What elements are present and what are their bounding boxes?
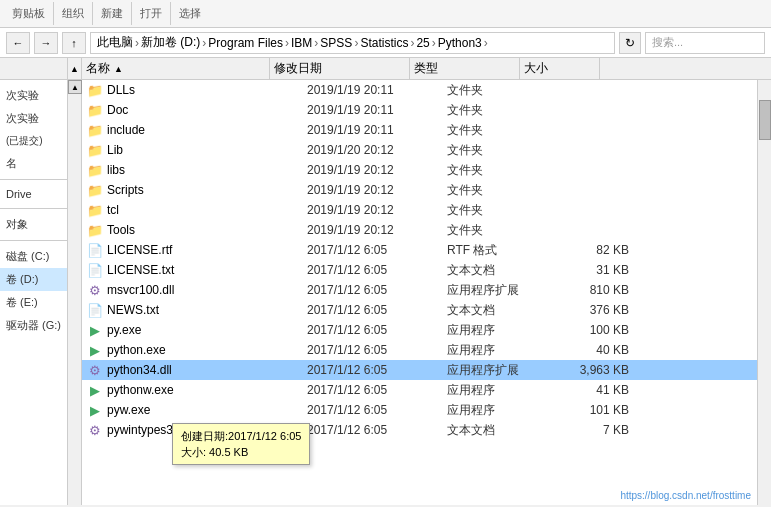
table-row[interactable]: 📄 LICENSE.rtf 2017/1/12 6:05 RTF 格式 82 K…	[82, 240, 757, 260]
search-box[interactable]: 搜索...	[645, 32, 765, 54]
table-row[interactable]: ▶ py.exe 2017/1/12 6:05 应用程序 100 KB	[82, 320, 757, 340]
table-row[interactable]: 📁 Lib 2019/1/20 20:12 文件夹	[82, 140, 757, 160]
file-tooltip: 创建日期:2017/1/12 6:05 大小: 40.5 KB	[172, 423, 310, 465]
table-row[interactable]: 📁 include 2019/1/19 20:11 文件夹	[82, 120, 757, 140]
file-type: 文件夹	[447, 222, 557, 239]
table-row[interactable]: 📄 LICENSE.txt 2017/1/12 6:05 文本文档 31 KB	[82, 260, 757, 280]
scroll-thumb[interactable]	[759, 100, 771, 140]
file-name: include	[107, 123, 307, 137]
table-row[interactable]: 📁 Tools 2019/1/19 20:12 文件夹	[82, 220, 757, 240]
exe-icon: ▶	[86, 342, 104, 358]
scroll-left-up[interactable]: ▲	[68, 80, 82, 94]
column-headers: ▲ 名称 ▲ 修改日期 类型 大小	[0, 58, 771, 80]
table-row[interactable]: 📁 Scripts 2019/1/19 20:12 文件夹	[82, 180, 757, 200]
sidebar-item-1[interactable]: 次实验	[0, 107, 67, 130]
toolbar: 剪贴板 组织 新建 打开 选择	[0, 0, 771, 28]
file-name: DLLs	[107, 83, 307, 97]
toolbar-clipboard: 剪贴板	[4, 2, 54, 25]
txt-icon: 📄	[86, 262, 104, 278]
table-row[interactable]: 📁 tcl 2019/1/19 20:12 文件夹	[82, 200, 757, 220]
table-row[interactable]: 📄 NEWS.txt 2017/1/12 6:05 文本文档 376 KB	[82, 300, 757, 320]
file-date: 2019/1/19 20:12	[307, 223, 447, 237]
sidebar-item-0[interactable]: 次实验	[0, 84, 67, 107]
address-bar: ← → ↑ 此电脑 › 新加卷 (D:) › Program Files › I…	[0, 28, 771, 58]
toolbar-new: 新建	[93, 2, 132, 25]
toolbar-clipboard-label: 剪贴板	[12, 6, 45, 21]
toolbar-open-label: 打开	[140, 6, 162, 21]
table-row[interactable]: ⚙ python34.dll 2017/1/12 6:05 应用程序扩展 3,9…	[82, 360, 757, 380]
sidebar-item-7[interactable]: 卷 (D:)	[0, 268, 67, 291]
col-header-name[interactable]: 名称 ▲	[82, 58, 270, 79]
up-button[interactable]: ↑	[62, 32, 86, 54]
folder-icon: 📁	[86, 142, 104, 158]
sidebar: 次实验 次实验 (已提交) 名 Drive 对象 磁盘 (C:) 卷 (D:) …	[0, 80, 68, 505]
tooltip-created: 创建日期:2017/1/12 6:05	[181, 428, 301, 444]
table-row[interactable]: 📁 Doc 2019/1/19 20:11 文件夹	[82, 100, 757, 120]
file-date: 2019/1/19 20:12	[307, 183, 447, 197]
path-ibm[interactable]: IBM	[291, 36, 312, 50]
file-name: Doc	[107, 103, 307, 117]
col-header-size[interactable]: 大小	[520, 58, 600, 79]
file-date: 2017/1/12 6:05	[307, 363, 447, 377]
sidebar-divider-2	[0, 208, 67, 209]
file-type: 文件夹	[447, 122, 557, 139]
folder-icon: 📁	[86, 162, 104, 178]
file-area[interactable]: 📁 DLLs 2019/1/19 20:11 文件夹 📁 Doc 2019/1/…	[82, 80, 757, 505]
sidebar-item-9[interactable]: 驱动器 (G:)	[0, 314, 67, 337]
col-header-type[interactable]: 类型	[410, 58, 520, 79]
file-name: pyw.exe	[107, 403, 307, 417]
table-row[interactable]: ▶ python.exe 2017/1/12 6:05 应用程序 40 KB	[82, 340, 757, 360]
file-type: 文本文档	[447, 422, 557, 439]
table-row[interactable]: 📁 DLLs 2019/1/19 20:11 文件夹	[82, 80, 757, 100]
folder-icon: 📁	[86, 102, 104, 118]
sidebar-item-5[interactable]: 对象	[0, 213, 67, 236]
table-row[interactable]: ▶ pythonw.exe 2017/1/12 6:05 应用程序 41 KB	[82, 380, 757, 400]
folder-icon: 📁	[86, 82, 104, 98]
address-path[interactable]: 此电脑 › 新加卷 (D:) › Program Files › IBM › S…	[90, 32, 615, 54]
table-row[interactable]: 📁 libs 2019/1/19 20:12 文件夹	[82, 160, 757, 180]
path-pc[interactable]: 此电脑	[97, 34, 133, 51]
file-name: LICENSE.txt	[107, 263, 307, 277]
file-date: 2017/1/12 6:05	[307, 243, 447, 257]
sidebar-item-4[interactable]: Drive	[0, 184, 67, 204]
file-size: 40 KB	[557, 343, 637, 357]
file-type: 应用程序	[447, 322, 557, 339]
watermark: https://blog.csdn.net/frosttime	[620, 490, 751, 501]
col-header-date[interactable]: 修改日期	[270, 58, 410, 79]
file-name: Scripts	[107, 183, 307, 197]
path-spss[interactable]: SPSS	[320, 36, 352, 50]
path-programfiles[interactable]: Program Files	[208, 36, 283, 50]
refresh-button[interactable]: ↻	[619, 32, 641, 54]
file-list: 📁 DLLs 2019/1/19 20:11 文件夹 📁 Doc 2019/1/…	[82, 80, 757, 440]
file-type: 文件夹	[447, 102, 557, 119]
scrollbar[interactable]	[757, 80, 771, 505]
sidebar-item-6[interactable]: 磁盘 (C:)	[0, 245, 67, 268]
sidebar-item-2[interactable]: (已提交)	[0, 130, 67, 152]
file-type: 文本文档	[447, 262, 557, 279]
file-type: 应用程序	[447, 342, 557, 359]
file-date: 2017/1/12 6:05	[307, 283, 447, 297]
folder-icon: 📁	[86, 182, 104, 198]
file-type: 应用程序扩展	[447, 362, 557, 379]
dll-icon: ⚙	[86, 422, 104, 438]
tooltip-size: 大小: 40.5 KB	[181, 444, 301, 460]
sidebar-divider-3	[0, 240, 67, 241]
file-size: 31 KB	[557, 263, 637, 277]
file-date: 2019/1/19 20:11	[307, 123, 447, 137]
scroll-up-arrow[interactable]: ▲	[68, 58, 82, 79]
table-row[interactable]: ⚙ msvcr100.dll 2017/1/12 6:05 应用程序扩展 810…	[82, 280, 757, 300]
path-25[interactable]: 25	[416, 36, 429, 50]
path-statistics[interactable]: Statistics	[360, 36, 408, 50]
sidebar-item-3[interactable]: 名	[0, 152, 67, 175]
path-d[interactable]: 新加卷 (D:)	[141, 34, 200, 51]
file-type: 文件夹	[447, 202, 557, 219]
path-python3[interactable]: Python3	[438, 36, 482, 50]
table-row[interactable]: ▶ pyw.exe 2017/1/12 6:05 应用程序 101 KB	[82, 400, 757, 420]
back-button[interactable]: ←	[6, 32, 30, 54]
toolbar-organize: 组织	[54, 2, 93, 25]
sidebar-item-8[interactable]: 卷 (E:)	[0, 291, 67, 314]
forward-button[interactable]: →	[34, 32, 58, 54]
file-name: py.exe	[107, 323, 307, 337]
file-name: Lib	[107, 143, 307, 157]
file-size: 7 KB	[557, 423, 637, 437]
